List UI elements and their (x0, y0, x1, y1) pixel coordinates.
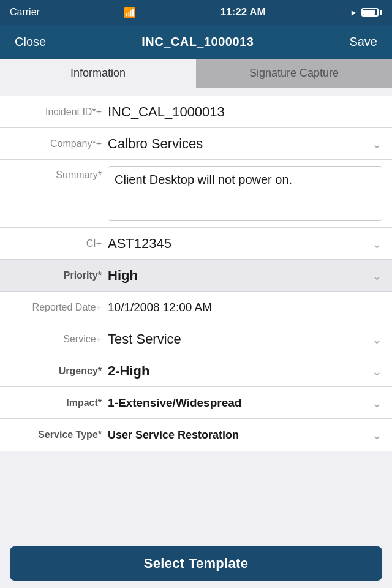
close-button[interactable]: Close (10, 32, 51, 51)
service-value: Test Service (108, 331, 367, 347)
form-container: Incident ID*+ INC_CAL_1000013 Company*+ … (0, 88, 392, 459)
company-row[interactable]: Company*+ Calbro Services ⌄ (0, 128, 392, 160)
incident-id-row: Incident ID*+ INC_CAL_1000013 (0, 96, 392, 128)
location-icon: ► (350, 8, 358, 17)
service-type-value: User Service Restoration (108, 429, 367, 442)
bottom-button-container: Select Template (0, 539, 392, 588)
summary-input[interactable]: Client Desktop will not power on. (108, 166, 382, 221)
urgency-chevron-icon: ⌄ (372, 364, 382, 379)
nav-title: INC_CAL_1000013 (141, 35, 254, 49)
summary-label: Summary* (10, 166, 108, 181)
service-label: Service+ (10, 334, 108, 345)
status-bar-center: 11:22 AM (221, 6, 266, 18)
incident-id-label: Incident ID*+ (10, 107, 108, 118)
select-template-button[interactable]: Select Template (10, 546, 382, 581)
ci-chevron-icon: ⌄ (372, 236, 382, 251)
urgency-row[interactable]: Urgency* 2-High ⌄ (0, 355, 392, 387)
priority-value: High (108, 268, 367, 284)
tab-information[interactable]: Information (0, 59, 196, 88)
service-type-label: Service Type* (10, 429, 108, 440)
company-label: Company*+ (10, 138, 108, 149)
ci-value: AST12345 (108, 236, 367, 252)
tab-signature-capture[interactable]: Signature Capture (196, 59, 392, 88)
carrier-label: Carrier (10, 7, 40, 18)
battery-indicator (361, 8, 382, 17)
service-type-row[interactable]: Service Type* User Service Restoration ⌄ (0, 419, 392, 451)
priority-row[interactable]: Priority* High ⌄ (0, 260, 392, 292)
ci-label: CI+ (10, 238, 108, 249)
impact-label: Impact* (10, 398, 108, 409)
save-button[interactable]: Save (344, 32, 382, 51)
reported-date-label: Reported Date+ (10, 302, 108, 313)
priority-label: Priority* (10, 270, 108, 281)
status-bar: Carrier 📶 11:22 AM ► (0, 0, 392, 24)
tab-bar: Information Signature Capture (0, 59, 392, 88)
ci-row[interactable]: CI+ AST12345 ⌄ (0, 228, 392, 260)
company-value: Calbro Services (108, 136, 367, 152)
form-section: Incident ID*+ INC_CAL_1000013 Company*+ … (0, 96, 392, 451)
nav-bar: Close INC_CAL_1000013 Save (0, 24, 392, 59)
service-row[interactable]: Service+ Test Service ⌄ (0, 323, 392, 355)
reported-date-value: 10/1/2008 12:00 AM (108, 301, 382, 314)
company-chevron-icon: ⌄ (372, 137, 382, 151)
summary-row: Summary* Client Desktop will not power o… (0, 160, 392, 228)
impact-value: 1-Extensive/Widespread (108, 396, 367, 410)
incident-id-value: INC_CAL_1000013 (108, 104, 382, 120)
status-bar-right: ► (350, 8, 382, 17)
reported-date-row: Reported Date+ 10/1/2008 12:00 AM (0, 292, 392, 323)
service-type-chevron-icon: ⌄ (372, 428, 382, 442)
wifi-icon: 📶 (124, 7, 136, 18)
impact-chevron-icon: ⌄ (372, 396, 382, 410)
priority-chevron-icon: ⌄ (372, 268, 382, 283)
urgency-label: Urgency* (10, 366, 108, 377)
urgency-value: 2-High (108, 363, 367, 379)
service-chevron-icon: ⌄ (372, 332, 382, 347)
impact-row[interactable]: Impact* 1-Extensive/Widespread ⌄ (0, 387, 392, 419)
